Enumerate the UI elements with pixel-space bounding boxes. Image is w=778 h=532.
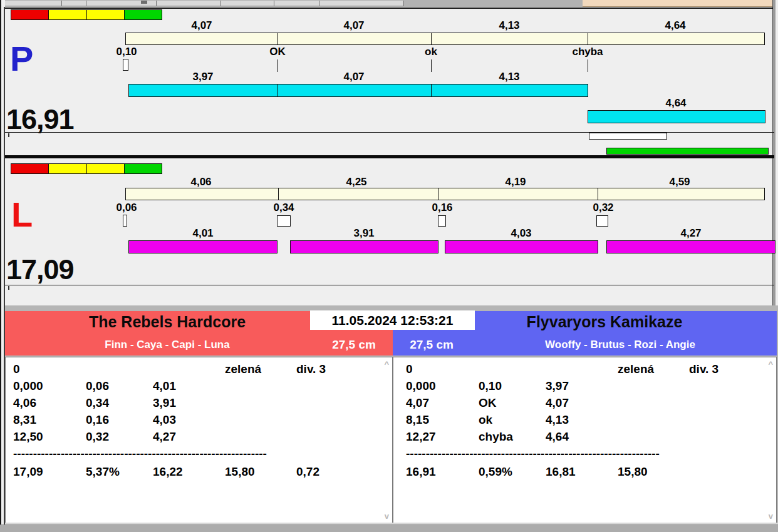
log-total: 0,72: [296, 465, 319, 479]
toolbar-cell: [319, 1, 404, 6]
lane-l-ideal-label-2: 4,25: [346, 176, 366, 188]
scroll-up-icon[interactable]: ^: [384, 360, 389, 368]
log-total: 15,80: [618, 465, 648, 479]
lane-p-light-yellow-1: [48, 9, 87, 20]
lane-p-ideal-tick-3: [588, 33, 588, 44]
lane-p-changeover-tick-4: [588, 59, 588, 72]
lane-p-changeover-label-4: chyba: [572, 46, 603, 58]
lane-l-ideal-bar: [125, 188, 765, 200]
lane-p-ideal-bar: [125, 33, 765, 45]
lane-p-ideal-label-1: 4,07: [191, 19, 212, 32]
log-cell: 12,50: [13, 430, 43, 444]
lane-p-total-time: 16,91: [6, 105, 74, 133]
log-cell: 0,10: [479, 379, 502, 393]
lane-p-changeover-box-1: [123, 59, 128, 71]
window-border-left-outer: [0, 0, 1, 532]
lane-l-total-time: 17,09: [6, 255, 74, 284]
lane-l-run-label-4: 4,27: [680, 227, 701, 240]
toolbar-cell: [5, 1, 62, 6]
lane-p-final-bar: [588, 110, 765, 123]
team-left-jump-height: 27,5 cm: [332, 338, 376, 352]
lane-p-ideal-label-4: 4,64: [665, 19, 685, 32]
app-window: P 16,91 4,07 4,07 4,13 4,64 0,10 OK ok c…: [0, 0, 778, 532]
lane-p-ideal-label-3: 4,13: [499, 19, 519, 32]
log-cell: 4,13: [546, 413, 569, 427]
toolbar-cell: [62, 1, 86, 6]
lane-l-light-green: [124, 163, 162, 174]
lane-l-ideal-label-3: 4,19: [505, 176, 526, 188]
log-cell: OK: [479, 396, 497, 410]
log-division: div. 3: [689, 362, 718, 376]
scroll-up-icon[interactable]: ^: [768, 360, 773, 368]
log-total: 16,81: [546, 465, 576, 479]
lane-p-light-yellow-2: [86, 9, 125, 20]
log-cell: 3,91: [153, 396, 176, 410]
log-cell: 4,01: [153, 379, 176, 393]
lane-p-ideal-label-2: 4,07: [343, 19, 364, 32]
lane-p-run-label-2: 4,07: [343, 71, 364, 83]
lane-l-subline: [5, 285, 774, 285]
log-separator: ----------------------------------------…: [406, 447, 660, 461]
lane-l-changeover-box-2: [277, 215, 291, 227]
log-cell: 4,27: [153, 430, 176, 444]
toolbar-cell: [157, 1, 220, 6]
lane-p-ideal-tick-1: [277, 33, 278, 44]
scroll-down-icon[interactable]: v: [385, 512, 389, 520]
lane-l-changeover-box-1: [123, 215, 127, 227]
top-toolbar: [5, 0, 583, 7]
lane-p-letter: P: [10, 41, 33, 76]
lane-l-run-label-3: 4,03: [511, 227, 531, 240]
log-separator: ----------------------------------------…: [13, 447, 267, 461]
lane-l-ideal-tick-1: [278, 188, 279, 200]
team-right-result-log[interactable]: 0 zelená div. 3 0,000 0,10 3,97 4,07 OK …: [393, 357, 777, 523]
lane-l-letter: L: [11, 197, 33, 232]
lane-divider: [5, 155, 774, 158]
lane-l-light-red: [11, 163, 49, 174]
log-cell: 0,32: [86, 430, 109, 444]
log-total: 16,22: [153, 465, 183, 479]
log-cell: 0,06: [86, 379, 109, 393]
lane-p-run-label-3: 4,13: [499, 71, 519, 83]
lane-p-light-green: [124, 9, 162, 20]
log-total: 0,59%: [479, 465, 512, 479]
log-division: div. 3: [296, 362, 326, 376]
team-left-result-log[interactable]: 0 zelená div. 3 0,000 0,06 4,01 4,06 0,3…: [5, 357, 393, 523]
lane-l-changeover-box-3: [438, 215, 446, 227]
lane-p-light-red: [11, 9, 49, 20]
log-cell: 12,27: [406, 430, 436, 444]
scroll-down-icon[interactable]: v: [769, 512, 773, 520]
log-light: zelená: [618, 362, 654, 376]
log-total: 5,37%: [86, 465, 120, 479]
lane-l-changeover-label-3: 0,16: [432, 202, 452, 214]
lane-p-run-label-1: 3,97: [192, 71, 213, 83]
log-cell: 0,000: [13, 379, 43, 393]
lane-l-changeover-box-4: [596, 215, 608, 227]
log-total: 16,91: [406, 465, 436, 479]
lane-l-run-bar-4: [606, 240, 775, 253]
log-cell: 4,07: [406, 396, 429, 410]
lane-l-subtick: [8, 286, 9, 290]
statusbar: [0, 524, 778, 532]
lane-l-run-bar-1: [128, 240, 277, 253]
team-right-name: Flyvaryors Kamikaze: [527, 313, 683, 331]
lane-p-changeover-label-1: 0,10: [116, 46, 137, 58]
lane-p-changeover-label-3: ok: [425, 46, 437, 58]
log-cell: 0,000: [406, 379, 436, 393]
lane-p-white-bar: [589, 133, 667, 140]
lane-p-subtick: [8, 133, 9, 137]
log-start: 0: [13, 362, 20, 376]
log-cell: 4,03: [153, 413, 176, 427]
log-start: 0: [406, 362, 413, 376]
log-cell: 4,64: [546, 430, 569, 444]
lane-l-changeover-label-2: 0,34: [273, 202, 294, 214]
log-cell: 0,34: [86, 396, 109, 410]
team-right-jump-height: 27,5 cm: [410, 338, 454, 352]
lane-p-changeover-tick-3: [431, 59, 432, 72]
lane-p-ideal-tick-2: [431, 33, 432, 44]
session-datetime: 11.05.2024 12:53:21: [310, 310, 475, 330]
top-beige-strip: [583, 0, 772, 7]
toolbar-notch: [141, 1, 147, 4]
lane-l-ideal-tick-3: [598, 188, 598, 200]
toolbar-cell: [274, 1, 319, 6]
lane-l-changeover-label-1: 0,06: [116, 202, 137, 214]
